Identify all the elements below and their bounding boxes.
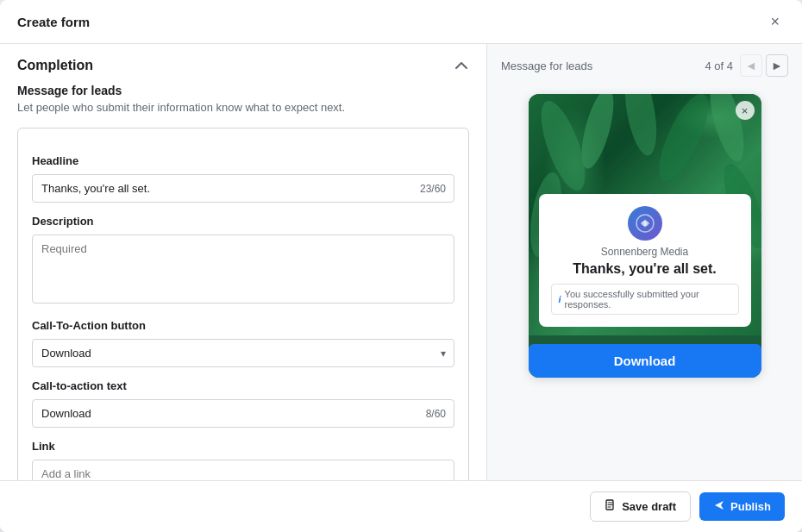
modal-title: Create form [17, 15, 90, 29]
create-form-modal: Create form × Completion Message for lea… [0, 0, 802, 532]
brand-name: Sonnenberg Media [551, 246, 739, 258]
info-icon: i [559, 294, 561, 304]
cta-button-select[interactable]: Download [32, 339, 454, 367]
form-content: Message for leads Let people who submit … [0, 84, 486, 480]
left-panel: Completion Message for leads Let people … [0, 44, 487, 480]
cta-text-input-wrapper: 8/60 [32, 399, 454, 428]
headline-group: Headline 23/60 [32, 154, 454, 203]
cta-text-char-count: 8/60 [426, 408, 446, 420]
description-label: Description [32, 215, 454, 228]
preview-headline: Thanks, you're all set. [551, 261, 739, 277]
link-label: Link [32, 440, 454, 453]
collapse-icon[interactable] [454, 58, 469, 73]
headline-input[interactable] [32, 174, 454, 203]
cta-text-input[interactable] [32, 399, 454, 428]
cta-button-group: Call-To-Action button Download ▾ [32, 319, 454, 367]
success-text: You successfully submitted your response… [565, 289, 731, 310]
publish-button[interactable]: Publish [699, 492, 785, 521]
preview-label: Message for leads [501, 59, 592, 72]
subsection-desc: Let people who submit their information … [17, 101, 469, 114]
section-header: Completion [0, 44, 486, 84]
next-page-button[interactable]: ► [766, 54, 788, 77]
preview-background: × Sonnenberg Media Thanks, you're all [529, 94, 761, 335]
modal-header: Create form × [0, 0, 802, 44]
link-group: Link [32, 440, 454, 480]
svg-point-2 [619, 94, 662, 158]
save-draft-button[interactable]: Save draft [590, 491, 691, 522]
headline-char-count: 23/60 [420, 183, 446, 195]
fields-card: Headline 23/60 Description Call-To-Actio [17, 128, 469, 480]
save-draft-label: Save draft [622, 500, 676, 513]
description-group: Description [32, 215, 454, 307]
cta-button-label: Call-To-Action button [32, 319, 454, 332]
close-button[interactable]: × [765, 12, 785, 31]
modal-footer: Save draft Publish [0, 480, 802, 532]
headline-label: Headline [32, 154, 454, 167]
prev-page-button[interactable]: ◄ [740, 54, 762, 77]
link-input[interactable] [32, 460, 454, 480]
headline-input-wrapper: 23/60 [32, 174, 454, 203]
preview-card: Sonnenberg Media Thanks, you're all set.… [539, 194, 751, 327]
phone-preview: × Sonnenberg Media Thanks, you're all [529, 94, 761, 378]
cta-text-group: Call-to-action text 8/60 [32, 379, 454, 428]
description-input[interactable] [32, 235, 454, 304]
svg-point-3 [649, 94, 717, 186]
preview-area: × Sonnenberg Media Thanks, you're all [487, 87, 802, 480]
send-icon [713, 499, 725, 514]
right-panel: Message for leads 4 of 4 ◄ ► [487, 44, 802, 480]
preview-header: Message for leads 4 of 4 ◄ ► [487, 44, 802, 87]
preview-nav: 4 of 4 ◄ ► [705, 54, 788, 77]
preview-close-button[interactable]: × [736, 101, 755, 120]
success-message: i You successfully submitted your respon… [551, 284, 739, 315]
publish-label: Publish [730, 500, 771, 513]
page-indicator: 4 of 4 [705, 59, 733, 72]
doc-icon [605, 499, 617, 514]
cta-text-label: Call-to-action text [32, 379, 454, 392]
brand-icon [628, 206, 662, 241]
subsection-title: Message for leads [17, 84, 469, 97]
cta-button-select-wrapper: Download ▾ [32, 339, 454, 367]
preview-download-button[interactable]: Download [529, 344, 761, 378]
modal-body: Completion Message for leads Let people … [0, 44, 802, 480]
section-title: Completion [17, 58, 93, 73]
